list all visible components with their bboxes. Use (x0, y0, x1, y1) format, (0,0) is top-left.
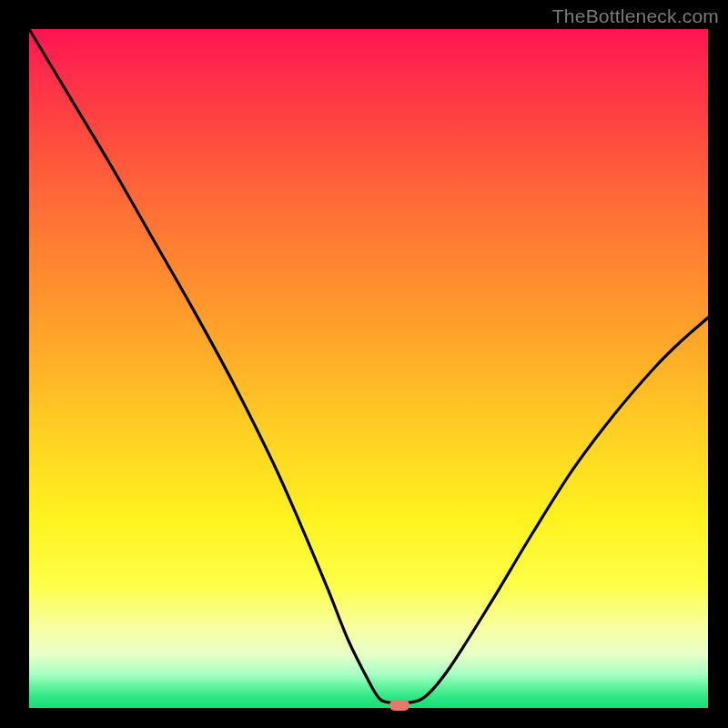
watermark-text: TheBottleneck.com (552, 5, 719, 27)
plot-area (29, 29, 708, 708)
bottleneck-marker (389, 700, 410, 711)
chart-frame: TheBottleneck.com (0, 0, 728, 728)
bottleneck-curve (29, 29, 708, 708)
